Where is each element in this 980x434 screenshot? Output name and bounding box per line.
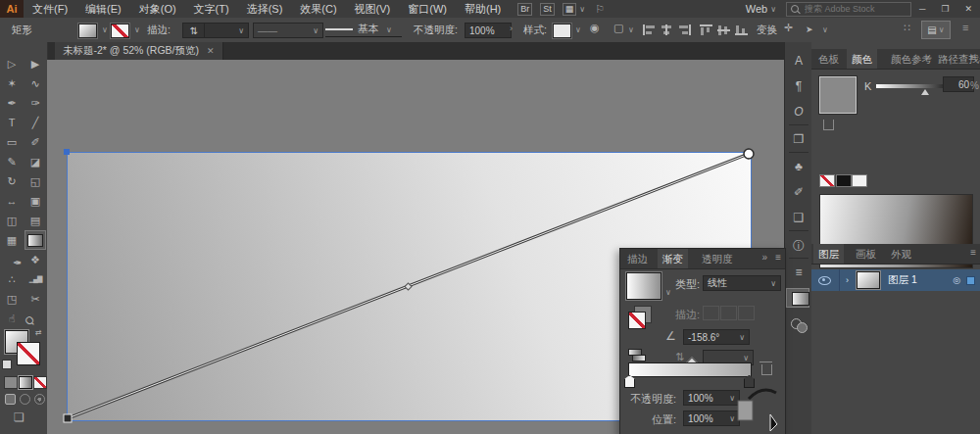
variable-width-profile[interactable]: ——∨ [253,23,323,38]
layer-thumbnail[interactable] [857,271,880,289]
selection-color-chip[interactable] [966,276,975,285]
gradient-mode-button[interactable] [19,376,32,389]
transform-link[interactable]: 变换 [757,24,777,37]
tool-pen[interactable]: ✒ [2,94,22,112]
menu-view[interactable]: 视图(V) [346,0,400,18]
fill-swatch[interactable] [78,24,97,38]
character-panel-icon[interactable]: A [785,54,812,68]
arrange-icon[interactable]: ✛ [784,22,793,34]
stock-search[interactable] [786,2,911,17]
style-swatch[interactable] [553,24,571,38]
stroke-swatch[interactable] [111,24,129,38]
stroke-across-icon[interactable] [738,306,755,320]
stroke-along-icon[interactable] [720,306,737,320]
stroke-weight-stepper[interactable]: ⇅ [182,23,206,38]
tool-artboard[interactable]: ◳ [2,290,22,308]
graphic-styles-panel-icon[interactable]: ❑ [785,211,812,224]
tool-gradient[interactable] [25,231,45,249]
info-panel-icon[interactable]: ⓘ [785,238,812,255]
tool-type[interactable]: T [2,114,22,131]
tool-column-graph[interactable]: ▁▄▇ [25,270,45,288]
stock-button[interactable]: St [540,3,555,16]
none-mode-button[interactable] [33,376,47,389]
gradient-start-handle[interactable] [64,414,72,422]
tool-rectangle[interactable]: ▭ [2,133,22,151]
tool-scale[interactable]: ◱ [25,172,45,190]
align-bottom-icon[interactable] [735,24,748,35]
document-tab[interactable]: 未标题-2* @ 52% (RGB/预览) ✕ [55,42,223,60]
panel-menu-icon[interactable]: ≡ [775,252,781,263]
tab-stroke-panel[interactable]: 描边 [622,249,653,268]
chevron-down-icon[interactable]: ∨ [579,5,585,14]
trash-icon[interactable] [823,120,834,130]
draw-behind-icon[interactable] [20,394,30,405]
tool-symbol-sprayer[interactable]: ∴ [2,270,22,288]
symbols-panel-icon[interactable]: ♣ [785,160,812,173]
k-slider-thumb[interactable] [921,89,929,95]
arrange-documents-icon[interactable]: ▦ [563,3,577,16]
tab-gradient[interactable]: 渐变 [658,249,688,268]
workspace-switch-button[interactable]: ▤ ∨ [921,21,951,39]
expand-layer-icon[interactable]: › [846,275,849,285]
tool-direct-selection[interactable]: ▷ [2,55,22,72]
tool-hand[interactable]: ☝ [2,310,22,327]
bridge-button[interactable]: Br [517,3,532,16]
search-input[interactable] [803,3,905,15]
tab-transparency[interactable]: 透明度 [697,249,738,268]
tool-pencil[interactable]: ✎ [2,153,22,170]
draw-inside-icon[interactable] [34,394,45,405]
tool-width[interactable]: ↔ [2,192,22,210]
align-left-icon[interactable] [643,24,656,35]
none-swatch[interactable] [819,174,835,187]
chevron-down-icon[interactable]: ∨ [575,25,581,34]
current-color-swatch[interactable] [819,76,857,114]
delete-stop-icon[interactable] [761,364,772,375]
tab-color[interactable]: 颜色 [847,49,877,69]
menu-effect[interactable]: 效果(C) [291,0,345,18]
stroke-proxy-swatch[interactable] [17,342,40,365]
tab-artboards[interactable]: 画板 [851,244,881,264]
white-swatch[interactable] [852,174,867,187]
align-right-icon[interactable] [678,24,691,35]
menu-object[interactable]: 对象(O) [130,0,185,18]
draw-normal-icon[interactable] [5,394,16,405]
layer-row[interactable]: › 图层 1 ◎ [811,269,980,291]
chevron-down-icon[interactable]: ∨ [102,25,108,34]
screen-mode-icon[interactable]: ❏ [14,410,24,424]
swap-fill-stroke-icon[interactable]: ⇄ [35,328,42,337]
menu-file[interactable]: 文件(F) [24,0,76,18]
tool-lasso[interactable]: ∿ [25,74,45,92]
black-swatch[interactable] [836,174,852,187]
control-menu-icon[interactable]: ≡ [962,22,968,33]
menu-select[interactable]: 选择(S) [238,0,292,18]
opentype-panel-icon[interactable]: O [785,105,812,119]
chevron-down-icon[interactable]: ∨ [822,25,828,34]
target-icon[interactable]: ◎ [953,275,960,285]
tool-paintbrush[interactable]: ✐ [25,133,45,151]
tool-mesh[interactable]: ▦ [2,231,22,249]
panel-menu-icon[interactable]: ≡ [970,52,976,63]
menu-type[interactable]: 文字(T) [185,0,238,18]
gradient-panel-icon[interactable] [787,289,808,307]
angle-field[interactable]: -158.6°∨ [683,329,750,345]
tab-layers[interactable]: 图层 [813,244,844,264]
tool-line-segment[interactable]: ╱ [25,114,45,131]
opacity-field[interactable]: 100% [465,23,512,38]
transform-box-icon[interactable]: ▢ [613,22,623,34]
restore-button[interactable]: ❐ [933,0,956,18]
tab-color-guide[interactable]: 颜色参考 [886,49,937,69]
panel-menu-icon[interactable]: ≡ [970,247,976,258]
layer-name[interactable]: 图层 1 [888,273,917,287]
anchor-top-left[interactable] [64,149,70,155]
opacity-panel-arrow[interactable]: › [510,24,513,33]
touch-workspace-icon[interactable]: ∷ [904,22,910,34]
stroke-within-icon[interactable] [703,306,719,320]
brush-definition[interactable]: 基本 ∨ [325,23,402,37]
menu-edit[interactable]: 编辑(E) [76,0,130,18]
tool-free-transform[interactable]: ▣ [25,192,45,210]
paragraph-panel-icon[interactable]: ¶ [785,79,812,93]
export-panel-icon[interactable]: ❐ [785,132,812,146]
gradient-slider-bar[interactable] [628,362,752,377]
document-setup-icon[interactable]: ◉ [590,22,600,34]
chevron-down-icon[interactable]: ∨ [628,25,634,34]
